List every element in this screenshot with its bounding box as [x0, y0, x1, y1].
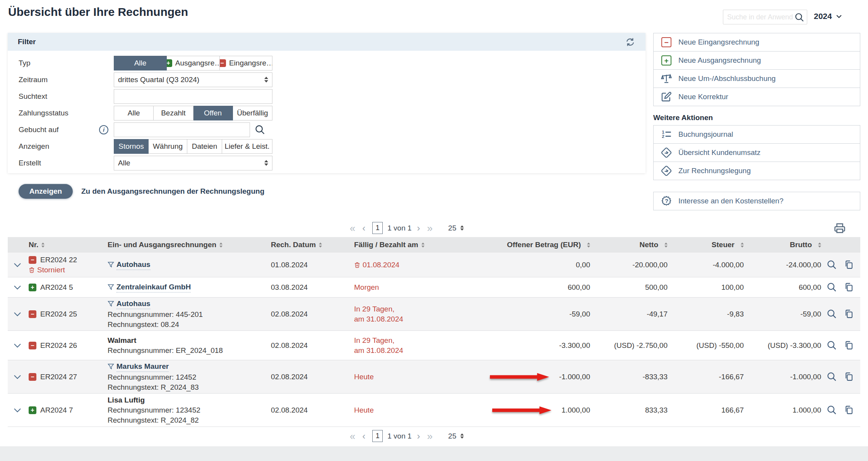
- invoice-table: « ‹ 1 1 von 1 › » 25 Nr. Ein- und Ausgan…: [8, 219, 860, 445]
- sidebar-item-neue-eingangsrechnung[interactable]: − Neue Eingangsrechnung: [653, 33, 860, 52]
- info-icon[interactable]: i: [99, 125, 108, 134]
- customer-link[interactable]: Maruks Maurer: [116, 362, 169, 372]
- sort-icon[interactable]: [41, 243, 45, 248]
- sort-icon[interactable]: [741, 243, 744, 248]
- status-option-bezahlt[interactable]: Bezahlt: [154, 106, 193, 120]
- customer-link[interactable]: Zentraleinkauf GmbH: [116, 282, 191, 292]
- last-page-button[interactable]: »: [427, 223, 433, 233]
- page-size-value[interactable]: 25: [448, 224, 456, 232]
- filter-panel: Filter Typ Alle + Ausgangsre… − Eingangs…: [8, 33, 645, 173]
- gebucht-input[interactable]: [114, 122, 250, 137]
- expand-row-chevron[interactable]: [8, 343, 27, 348]
- magnifier-icon[interactable]: [827, 372, 837, 382]
- first-page-button[interactable]: «: [350, 223, 355, 233]
- goto-diamond-icon: [661, 147, 672, 158]
- sort-icon[interactable]: [421, 243, 425, 248]
- expand-row-chevron[interactable]: [8, 263, 27, 267]
- first-page-button[interactable]: «: [350, 431, 355, 441]
- page-size-value[interactable]: 25: [448, 432, 456, 440]
- expand-row-chevron[interactable]: [8, 408, 27, 413]
- copy-icon[interactable]: [844, 282, 854, 292]
- prev-page-button[interactable]: ‹: [362, 432, 365, 441]
- anzeigen-option-waehrung[interactable]: Währung: [149, 139, 187, 154]
- page-title: Übersicht über Ihre Rechnungen: [8, 5, 188, 19]
- status-segmented-control: Alle Bezahlt Offen Überfällig: [114, 106, 272, 120]
- copy-icon[interactable]: [844, 260, 854, 270]
- funnel-icon[interactable]: [108, 261, 114, 268]
- page-background-strip: [0, 446, 868, 461]
- filter-row-zahlungsstatus: Zahlungsstatus Alle Bezahlt Offen Überfä…: [19, 105, 645, 121]
- expand-row-chevron[interactable]: [8, 285, 27, 290]
- page-size-stepper-icon[interactable]: [461, 225, 464, 231]
- page-count-label: 1 von 1: [387, 224, 411, 232]
- magnifier-icon[interactable]: [827, 405, 837, 415]
- search-icon[interactable]: [794, 12, 805, 22]
- expand-row-chevron[interactable]: [8, 375, 27, 379]
- action-sidebar: − Neue Eingangsrechnung + Neue Ausgangsr…: [653, 33, 860, 210]
- next-page-button[interactable]: ›: [417, 224, 420, 233]
- anzeigen-option-stornos[interactable]: Stornos: [114, 139, 149, 154]
- anzeigen-button[interactable]: Anzeigen: [19, 184, 73, 199]
- copy-icon[interactable]: [844, 309, 854, 319]
- current-page-input[interactable]: 1: [372, 222, 383, 234]
- funnel-icon[interactable]: [108, 363, 114, 370]
- sort-icon[interactable]: [664, 243, 668, 248]
- outgoing-invoice-icon: +: [29, 284, 36, 291]
- sort-icon[interactable]: [587, 243, 590, 248]
- trash-icon: [354, 261, 360, 268]
- funnel-icon[interactable]: [108, 301, 114, 307]
- customer-link[interactable]: Autohaus: [116, 260, 151, 270]
- rechnungslegung-link[interactable]: Zu den Ausgangsrechnungen der Rechnungsl…: [81, 187, 264, 196]
- funnel-icon[interactable]: [108, 284, 114, 291]
- minus-square-icon: −: [220, 59, 226, 67]
- typ-option-ausgangsrechnung[interactable]: + Ausgangsre…: [167, 56, 220, 71]
- anzeigen-option-liefer-leist[interactable]: Liefer & Leist.: [222, 139, 272, 154]
- last-page-button[interactable]: »: [427, 431, 433, 441]
- erstellt-select[interactable]: Alle: [114, 156, 272, 170]
- zeitraum-label: Zeitraum: [19, 76, 48, 84]
- sort-icon[interactable]: [818, 243, 821, 248]
- sidebar-item-neue-ausgangsrechnung[interactable]: + Neue Ausgangsrechnung: [653, 51, 860, 70]
- status-option-offen[interactable]: Offen: [193, 106, 233, 120]
- edit-icon: [661, 91, 672, 102]
- anzeigen-option-dateien[interactable]: Dateien: [187, 139, 222, 154]
- sidebar-item-neue-korrektur[interactable]: Neue Korrektur: [653, 88, 860, 106]
- sort-icon[interactable]: [219, 243, 223, 248]
- copy-icon[interactable]: [844, 405, 854, 415]
- expand-row-chevron[interactable]: [8, 312, 27, 317]
- print-icon[interactable]: [834, 222, 846, 234]
- status-option-alle[interactable]: Alle: [114, 106, 154, 120]
- copy-icon[interactable]: [844, 341, 854, 350]
- year-dropdown[interactable]: 2024: [814, 12, 843, 21]
- page-size-stepper-icon[interactable]: [461, 433, 464, 439]
- prev-page-button[interactable]: ‹: [362, 224, 365, 233]
- sort-icon[interactable]: [319, 243, 322, 248]
- next-page-button[interactable]: ›: [417, 432, 420, 441]
- table-row: − ER2024 26 Walmart Rechnungsnummer: ER_…: [8, 331, 860, 360]
- table-header: Nr. Ein- und Ausgangsrechnungen Rech. Da…: [8, 237, 860, 253]
- magnifier-icon[interactable]: [827, 282, 837, 292]
- typ-option-eingangsrechnung[interactable]: − Eingangsre…: [220, 56, 272, 71]
- sidebar-item-buchungsjournal[interactable]: 12 Buchungsjournal: [653, 125, 860, 144]
- zeitraum-select[interactable]: drittes Quartal (Q3 2024): [114, 72, 272, 87]
- sidebar-item-zur-rechnungslegung[interactable]: Zur Rechnungslegung: [653, 162, 860, 180]
- customer-link[interactable]: Autohaus: [116, 299, 151, 309]
- current-page-input[interactable]: 1: [372, 430, 383, 442]
- magnifier-icon[interactable]: [827, 260, 837, 270]
- select-stepper-icon: [264, 160, 268, 166]
- minus-square-icon: −: [661, 37, 672, 47]
- copy-icon[interactable]: [844, 372, 854, 382]
- numbered-list-icon: 12: [661, 129, 672, 140]
- sidebar-item-neue-umbuchung[interactable]: Neue Um-/Abschlussbuchung: [653, 69, 860, 88]
- search-icon[interactable]: [255, 124, 265, 135]
- magnifier-icon[interactable]: [827, 309, 837, 319]
- sidebar-item-kundenumsatz[interactable]: Übersicht Kundenumsatz: [653, 143, 860, 162]
- refresh-icon[interactable]: [625, 37, 635, 47]
- sidebar-item-kostenstellen[interactable]: ? Interesse an den Kostenstellen?: [653, 192, 860, 210]
- magnifier-icon[interactable]: [827, 340, 837, 351]
- status-option-ueberfaellig[interactable]: Überfällig: [233, 106, 272, 120]
- typ-option-alle[interactable]: Alle: [114, 56, 167, 71]
- suchtext-input[interactable]: [114, 89, 272, 104]
- pagination-top: « ‹ 1 1 von 1 › » 25: [8, 219, 860, 237]
- erstellt-label: Erstellt: [19, 159, 41, 167]
